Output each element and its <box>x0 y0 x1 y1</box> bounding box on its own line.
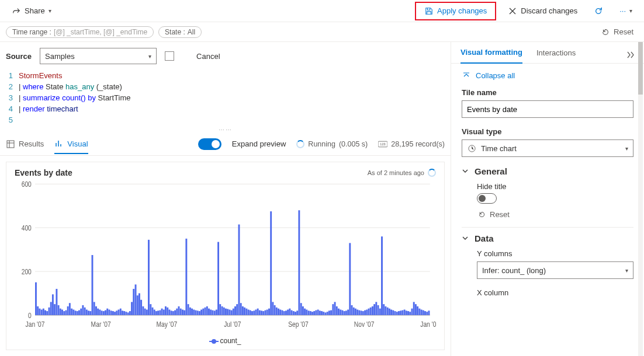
save-icon <box>424 6 434 16</box>
share-button[interactable]: Share ▾ <box>7 4 56 18</box>
svg-text:Nov '07: Nov '07 <box>354 320 375 328</box>
svg-rect-51 <box>95 306 97 315</box>
svg-text:May '07: May '07 <box>156 320 177 328</box>
svg-rect-58 <box>108 309 110 315</box>
cancel-button[interactable]: Cancel <box>196 52 220 61</box>
svg-rect-81 <box>152 308 154 315</box>
state-pill[interactable]: State : All <box>158 26 202 38</box>
svg-rect-107 <box>200 309 202 315</box>
svg-rect-77 <box>144 309 146 315</box>
section-general[interactable]: General <box>462 166 633 176</box>
svg-rect-97 <box>182 309 183 315</box>
chevron-down-icon <box>462 166 469 176</box>
section-data[interactable]: Data <box>462 233 633 243</box>
svg-rect-35 <box>65 310 67 315</box>
refresh-button[interactable] <box>589 4 608 18</box>
time-range-pill[interactable]: Time range : [@] _startTime, [@] _endTim… <box>6 26 154 38</box>
svg-rect-197 <box>370 308 372 315</box>
apply-label: Apply changes <box>437 6 487 15</box>
svg-rect-40 <box>75 310 77 315</box>
svg-rect-186 <box>349 243 351 315</box>
expand-panel-icon[interactable] <box>626 51 635 61</box>
hide-title-label: Hide title <box>477 182 633 191</box>
general-label: General <box>475 166 507 176</box>
tab-interactions[interactable]: Interactions <box>536 48 576 63</box>
svg-rect-153 <box>287 309 289 315</box>
svg-rect-139 <box>261 310 262 315</box>
collapse-all-button[interactable]: Collapse all <box>462 71 633 80</box>
svg-rect-100 <box>188 304 189 315</box>
cancel-checkbox[interactable] <box>165 51 174 61</box>
apply-changes-button[interactable]: Apply changes <box>420 4 491 18</box>
svg-rect-180 <box>338 309 340 315</box>
svg-rect-54 <box>101 310 103 315</box>
tile-name-input[interactable] <box>462 100 633 118</box>
records-label: 28,195 record(s) <box>391 140 445 148</box>
svg-rect-110 <box>206 306 208 315</box>
svg-rect-32 <box>60 309 61 315</box>
visual-type-select[interactable]: Time chart ▾ <box>462 139 633 157</box>
general-reset-button[interactable]: Reset <box>477 210 633 219</box>
svg-rect-167 <box>313 311 315 315</box>
svg-rect-132 <box>248 309 250 315</box>
ycolumns-value: Infer: count_ (long) <box>482 266 546 275</box>
table-icon <box>6 139 15 149</box>
share-label: Share <box>25 6 45 15</box>
xcolumn-label: X column <box>477 288 633 297</box>
svg-rect-84 <box>157 310 159 315</box>
svg-rect-128 <box>240 303 242 315</box>
svg-rect-68 <box>127 312 129 315</box>
discard-label: Discard changes <box>521 6 577 15</box>
svg-rect-147 <box>276 308 278 315</box>
time-range-label: Time range : <box>12 28 51 36</box>
svg-rect-25 <box>46 311 48 315</box>
code-content: StormEvents | where State has_any (_stat… <box>19 70 451 125</box>
svg-rect-222 <box>417 306 418 315</box>
svg-rect-208 <box>390 309 392 315</box>
svg-rect-121 <box>227 309 228 315</box>
expand-preview-label: Expand preview <box>232 139 286 148</box>
scrollbar-thumb[interactable] <box>638 42 643 95</box>
svg-rect-48 <box>89 311 91 315</box>
discard-changes-button[interactable]: Discard changes <box>503 4 582 18</box>
svg-text:Jan '08: Jan '08 <box>420 320 436 328</box>
collapse-icon <box>462 71 471 80</box>
reset-label: Reset <box>614 27 633 36</box>
tab-results[interactable]: Results <box>6 135 44 153</box>
svg-rect-168 <box>315 310 317 315</box>
hide-title-toggle[interactable] <box>477 193 497 204</box>
results-label: Results <box>19 139 44 148</box>
svg-rect-89 <box>167 308 168 315</box>
resize-handle[interactable]: ⋯⋯ <box>0 127 451 132</box>
svg-rect-161 <box>302 306 304 315</box>
query-editor[interactable]: 1 2 3 4 5 StormEvents | where State has_… <box>0 68 451 127</box>
reset-filters-button[interactable]: Reset <box>596 25 638 39</box>
svg-rect-218 <box>409 312 411 315</box>
source-select[interactable]: Samples ▾ <box>40 48 157 64</box>
svg-rect-91 <box>171 310 172 315</box>
svg-rect-188 <box>353 308 355 315</box>
svg-text:Sep '07: Sep '07 <box>288 320 309 328</box>
svg-rect-22 <box>41 309 43 315</box>
svg-rect-95 <box>178 306 180 315</box>
svg-rect-156 <box>293 311 295 315</box>
svg-rect-38 <box>71 309 72 315</box>
time-chart[interactable]: 0200400600Jan '07Mar '07May '07Jul '07Se… <box>15 180 436 331</box>
svg-rect-90 <box>168 309 170 315</box>
svg-text:Jan '07: Jan '07 <box>26 320 45 328</box>
svg-rect-182 <box>341 310 343 315</box>
svg-rect-63 <box>118 309 120 315</box>
tab-visual[interactable]: Visual <box>54 134 88 154</box>
svg-rect-142 <box>266 309 268 315</box>
expand-preview-toggle[interactable] <box>198 138 221 150</box>
visual-type-value: Time chart <box>481 144 517 153</box>
svg-rect-181 <box>340 309 341 315</box>
svg-rect-171 <box>321 311 323 315</box>
chevron-down-icon: ▾ <box>629 8 632 14</box>
ycolumns-select[interactable]: Infer: count_ (long) ▾ <box>477 261 633 279</box>
svg-rect-75 <box>140 300 142 315</box>
svg-rect-212 <box>398 311 400 315</box>
tab-visual-formatting[interactable]: Visual formatting <box>461 48 522 64</box>
svg-rect-117 <box>219 304 221 315</box>
more-button[interactable]: ··· ▾ <box>615 4 637 18</box>
